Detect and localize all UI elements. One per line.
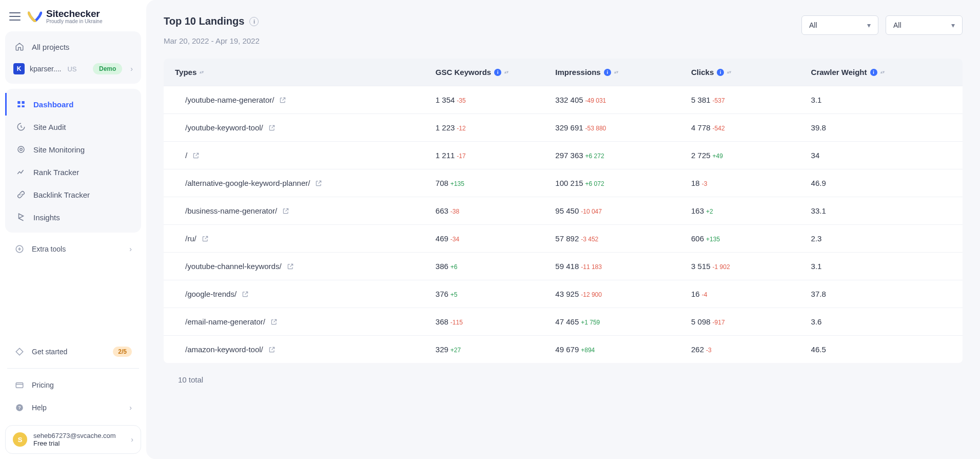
external-link-icon[interactable] bbox=[315, 180, 322, 187]
sidebar-item-dashboard[interactable]: Dashboard bbox=[5, 93, 141, 116]
col-header-gsc-keywords[interactable]: GSC Keywords i▴▾ bbox=[436, 68, 508, 76]
imp-delta: +6 272 bbox=[585, 152, 604, 160]
weight-value: 37.8 bbox=[811, 290, 826, 298]
sidebar-item-help[interactable]: ? Help › bbox=[5, 396, 141, 419]
table-row[interactable]: /ru/ 469-3457 892-3 452606+1352.3 bbox=[164, 225, 963, 253]
col-label: Crawler Weight bbox=[811, 68, 867, 76]
external-link-icon[interactable] bbox=[192, 152, 200, 159]
external-link-icon[interactable] bbox=[202, 235, 209, 242]
sidebar-item-rank-tracker[interactable]: Rank Tracker bbox=[5, 161, 141, 183]
landing-path[interactable]: /youtube-name-generator/ bbox=[185, 95, 286, 104]
external-link-icon[interactable] bbox=[242, 291, 249, 298]
table-row[interactable]: /youtube-channel-keywords/ 386+659 418-1… bbox=[164, 253, 963, 280]
project-panel: All projects K kparser.... US Demo › bbox=[5, 31, 141, 84]
table-row[interactable]: /business-name-generator/ 663-3895 450-1… bbox=[164, 197, 963, 225]
kw-value: 663 bbox=[436, 206, 448, 215]
col-header-impressions[interactable]: Impressions i▴▾ bbox=[555, 68, 618, 76]
imp-value: 49 679 bbox=[555, 345, 579, 354]
brand-logo-icon bbox=[28, 11, 42, 22]
external-link-icon[interactable] bbox=[279, 97, 286, 104]
landing-path[interactable]: / bbox=[185, 151, 200, 160]
hamburger-icon[interactable] bbox=[9, 12, 21, 21]
sidebar-item-site-audit[interactable]: Site Audit bbox=[5, 116, 141, 138]
table-row[interactable]: /youtube-name-generator/ 1 354-35332 405… bbox=[164, 86, 963, 114]
dashboard-icon bbox=[16, 99, 26, 109]
imp-delta: +1 759 bbox=[581, 319, 600, 326]
table-row[interactable]: /amazon-keyword-tool/ 329+2749 679+89426… bbox=[164, 336, 963, 364]
card-icon bbox=[14, 380, 25, 390]
kw-value: 368 bbox=[436, 317, 448, 326]
clk-delta: -4 bbox=[702, 291, 708, 298]
external-link-icon[interactable] bbox=[268, 346, 276, 353]
landing-path[interactable]: /youtube-keyword-tool/ bbox=[185, 123, 276, 132]
info-icon[interactable]: i bbox=[604, 69, 611, 76]
col-header-clicks[interactable]: Clicks i▴▾ bbox=[691, 68, 731, 76]
sidebar-item-label: Site Monitoring bbox=[33, 145, 85, 154]
svg-rect-1 bbox=[22, 101, 25, 104]
sort-icon: ▴▾ bbox=[504, 71, 508, 73]
sidebar-item-pricing[interactable]: Pricing bbox=[5, 374, 141, 396]
col-header-crawler-weight[interactable]: Crawler Weight i▴▾ bbox=[811, 68, 885, 76]
weight-value: 33.1 bbox=[811, 206, 826, 215]
clk-value: 163 bbox=[691, 206, 704, 215]
clk-value: 5 381 bbox=[691, 95, 711, 104]
info-icon[interactable]: i bbox=[870, 69, 877, 76]
sidebar-item-insights[interactable]: Insights bbox=[5, 206, 141, 228]
imp-delta: -11 183 bbox=[581, 263, 602, 271]
info-icon[interactable]: i bbox=[249, 17, 259, 26]
clk-value: 262 bbox=[691, 345, 704, 354]
weight-value: 2.3 bbox=[811, 234, 822, 243]
info-icon[interactable]: i bbox=[494, 69, 501, 76]
nav-panel: DashboardSite AuditSite MonitoringRank T… bbox=[5, 89, 141, 233]
landing-path[interactable]: /amazon-keyword-tool/ bbox=[185, 345, 276, 354]
sort-icon: ▴▾ bbox=[200, 71, 204, 73]
imp-delta: -10 047 bbox=[581, 208, 602, 215]
external-link-icon[interactable] bbox=[270, 318, 278, 326]
user-email: seheb67273@svcache.com bbox=[33, 432, 116, 439]
imp-delta: -12 900 bbox=[581, 291, 602, 298]
imp-delta: -3 452 bbox=[581, 236, 598, 243]
table-row[interactable]: /youtube-keyword-tool/ 1 223-12329 691-5… bbox=[164, 114, 963, 142]
sidebar-item-label: Pricing bbox=[32, 381, 54, 389]
table-row[interactable]: /alternative-google-keyword-planner/ 708… bbox=[164, 169, 963, 197]
filter-select-2[interactable]: All ▾ bbox=[886, 15, 963, 35]
clk-delta: -3 bbox=[702, 180, 708, 187]
external-link-icon[interactable] bbox=[268, 124, 276, 131]
table-row[interactable]: /email-name-generator/ 368-11547 465+1 7… bbox=[164, 308, 963, 336]
landing-path[interactable]: /google-trends/ bbox=[185, 290, 249, 298]
external-link-icon[interactable] bbox=[287, 263, 294, 270]
plus-circle-icon bbox=[14, 244, 25, 254]
brand-tagline: Proudly made in Ukraine bbox=[46, 18, 103, 24]
clk-delta: -542 bbox=[713, 125, 725, 132]
project-selector[interactable]: K kparser.... US Demo › bbox=[5, 58, 141, 80]
external-link-icon[interactable] bbox=[282, 207, 289, 215]
filter-select-1[interactable]: All ▾ bbox=[801, 15, 878, 35]
landing-path[interactable]: /ru/ bbox=[185, 234, 209, 243]
landing-path[interactable]: /email-name-generator/ bbox=[185, 317, 278, 326]
landing-path[interactable]: /business-name-generator/ bbox=[185, 206, 289, 215]
landing-path[interactable]: /alternative-google-keyword-planner/ bbox=[185, 179, 322, 187]
table-row[interactable]: / 1 211-17297 363+6 2722 725+4934 bbox=[164, 142, 963, 169]
clk-delta: -3 bbox=[706, 347, 712, 354]
col-header-types[interactable]: Types▴▾ bbox=[175, 68, 204, 76]
clk-value: 18 bbox=[691, 179, 700, 187]
info-icon[interactable]: i bbox=[717, 69, 724, 76]
table-row[interactable]: /google-trends/ 376+543 925-12 90016-437… bbox=[164, 280, 963, 308]
user-card[interactable]: S seheb67273@svcache.com Free trial › bbox=[5, 425, 141, 454]
help-icon: ? bbox=[14, 403, 25, 413]
sidebar-item-all-projects[interactable]: All projects bbox=[5, 35, 141, 58]
kw-value: 329 bbox=[436, 345, 448, 354]
col-label: GSC Keywords bbox=[436, 68, 491, 76]
sidebar-item-backlink-tracker[interactable]: Backlink Tracker bbox=[5, 183, 141, 206]
sidebar-item-get-started[interactable]: Get started 2/5 bbox=[5, 340, 141, 363]
weight-value: 3.1 bbox=[811, 95, 822, 104]
brand[interactable]: Sitechecker Proudly made in Ukraine bbox=[28, 8, 103, 24]
imp-delta: +894 bbox=[581, 347, 595, 354]
col-label: Types bbox=[175, 68, 197, 76]
col-label: Clicks bbox=[691, 68, 714, 76]
kw-value: 376 bbox=[436, 290, 448, 298]
landing-path[interactable]: /youtube-channel-keywords/ bbox=[185, 262, 294, 271]
trend-icon bbox=[16, 167, 26, 177]
sidebar-item-extra-tools[interactable]: Extra tools › bbox=[5, 238, 141, 260]
sidebar-item-site-monitoring[interactable]: Site Monitoring bbox=[5, 138, 141, 161]
